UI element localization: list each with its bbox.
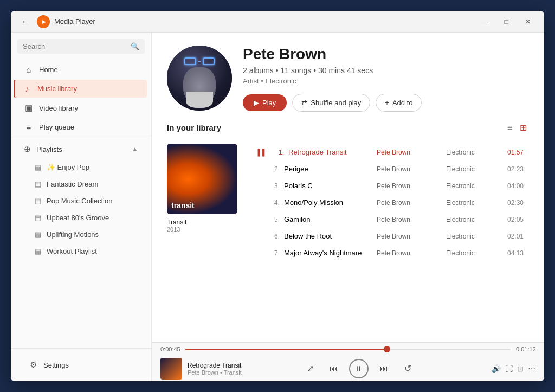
sidebar-item-video-label: Video library [39, 104, 78, 112]
track-title: Major Atway's Nightmare [284, 249, 372, 257]
shuffle-label: Shuffle and play [311, 99, 361, 107]
track-title: Polaris C [284, 182, 372, 190]
maximize-button[interactable]: □ [496, 14, 516, 29]
more-button[interactable]: ⋯ [528, 364, 535, 373]
progress-track[interactable] [185, 349, 511, 350]
shuffle-button[interactable]: ⇄ Shuffle and play [292, 94, 370, 112]
shuffle-icon: ⇄ [301, 99, 307, 107]
sidebar-item-queue-label: Play queue [39, 123, 74, 131]
close-button[interactable]: ✕ [518, 14, 538, 29]
artist-header: Pete Brown 2 albums • 11 songs • 30 mins… [152, 33, 544, 120]
pause-button[interactable]: ⏸ [349, 359, 369, 378]
table-row[interactable]: 6. Below the Root Pete Brown Electronic … [248, 228, 529, 245]
music-icon: ♪ [22, 84, 32, 93]
table-row[interactable]: 3. Polaris C Pete Brown Electronic 04:00 [248, 177, 529, 194]
playlist-item-workout[interactable]: ▤ Workout Playlist [15, 243, 147, 259]
face-decoration [183, 67, 216, 105]
view-controls: ≡ ⊞ [505, 120, 529, 135]
sidebar-item-play-queue[interactable]: ≡ Play queue [15, 118, 147, 136]
home-icon: ⌂ [24, 65, 34, 74]
table-row[interactable]: 5. Gamilon Pete Brown Electronic 02:05 [248, 211, 529, 228]
add-button[interactable]: + Add to [376, 94, 422, 112]
table-row[interactable]: 7. Major Atway's Nightmare Pete Brown El… [248, 245, 529, 261]
next-button[interactable]: ⏭ [375, 360, 392, 377]
track-title: Perigee [284, 165, 372, 173]
player-controls: Retrograde Transit Pete Brown • Transit … [152, 356, 544, 381]
app-logo [37, 15, 50, 28]
minimize-button[interactable]: — [475, 14, 494, 29]
cast-button[interactable]: ⊡ [517, 364, 524, 373]
track-artist: Pete Brown [377, 216, 442, 223]
current-time: 0:00:45 [160, 346, 180, 352]
track-duration: 02:30 [499, 199, 524, 207]
sidebar-item-music-library[interactable]: ♪ Music library [14, 80, 147, 98]
search-input[interactable] [23, 42, 127, 50]
track-title: Mono/Poly Mission [284, 198, 372, 207]
album-card-transit[interactable]: transit Transit 2013 [167, 144, 237, 261]
table-row[interactable]: 4. Mono/Poly Mission Pete Brown Electron… [248, 194, 529, 211]
playlist-item-fantastic-dream[interactable]: ▤ Fantastic Dream [15, 176, 147, 192]
artist-actions: ▶ Play ⇄ Shuffle and play + Add to [243, 94, 529, 112]
now-playing-subtitle: Pete Brown • Transit [188, 369, 242, 376]
search-box[interactable]: 🔍 [17, 39, 145, 54]
search-icon: 🔍 [131, 42, 139, 50]
playlist-item-enjoy-pop[interactable]: ▤ ✨ Enjoy Pop [15, 159, 147, 175]
main-content: 🔍 ⌂ Home ♪ Music library ▣ Video library… [11, 33, 544, 381]
track-genre: Electronic [446, 233, 495, 240]
playlist-item-pop-music[interactable]: ▤ Pop Music Collection [15, 193, 147, 209]
table-row[interactable]: ▐▐ 1. Retrograde Transit Pete Brown Elec… [248, 144, 529, 160]
now-playing: Retrograde Transit Pete Brown • Transit [160, 358, 280, 380]
library-title: In your library [167, 123, 221, 132]
track-title: Retrograde Transit [288, 148, 372, 156]
playlist-item-uplifting[interactable]: ▤ Uplifting Motions [15, 227, 147, 242]
queue-icon: ≡ [24, 123, 34, 132]
track-number: 7. [254, 249, 280, 257]
now-playing-thumbnail [160, 358, 182, 380]
back-button[interactable]: ← [17, 14, 33, 29]
content-area: Pete Brown 2 albums • 11 songs • 30 mins… [152, 33, 544, 381]
volume-button[interactable]: 🔊 [492, 364, 501, 373]
artist-stats: 2 albums • 11 songs • 30 mins 41 secs [243, 66, 529, 75]
playlists-label: Playlists [36, 145, 62, 153]
sidebar-item-music-label: Music library [37, 85, 77, 93]
track-artist: Pete Brown [377, 199, 442, 207]
track-title: Gamilon [284, 215, 372, 223]
track-number: 5. [254, 216, 280, 223]
fullscreen-button[interactable]: ⛶ [505, 364, 513, 373]
sidebar-item-home[interactable]: ⌂ Home [15, 61, 147, 79]
sidebar-footer: ⚙ Settings [11, 348, 151, 381]
playlist-icon-uplifting: ▤ [35, 230, 41, 239]
sidebar-item-settings[interactable]: ⚙ Settings [20, 356, 143, 374]
track-artist: Pete Brown [377, 165, 442, 173]
library-header: In your library ≡ ⊞ [167, 120, 529, 135]
sidebar-item-video-library[interactable]: ▣ Video library [15, 99, 147, 117]
track-genre: Electronic [446, 149, 495, 156]
repeat-button[interactable]: ↺ [399, 360, 416, 377]
track-number: 6. [254, 233, 280, 240]
play-button[interactable]: ▶ Play [243, 94, 287, 111]
track-number: 3. [254, 182, 280, 190]
now-playing-icon: ▐▐ [254, 149, 267, 156]
add-label: Add to [392, 99, 413, 107]
track-genre: Electronic [446, 182, 495, 190]
album-name: Transit [167, 219, 237, 226]
playlist-item-upbeat[interactable]: ▤ Upbeat 80's Groove [15, 210, 147, 226]
playback-controls: ⤢ ⏮ ⏸ ⏭ ↺ [280, 359, 438, 378]
track-number: 1. [271, 149, 284, 156]
playlist-icon-enjoy-pop: ▤ [35, 163, 41, 171]
titlebar: ← Media Player — □ ✕ [11, 11, 544, 33]
grid-view-button[interactable]: ⊞ [518, 120, 529, 135]
app-window: ← Media Player — □ ✕ 🔍 ⌂ Home ♪ Music li… [11, 11, 544, 381]
list-view-button[interactable]: ≡ [505, 120, 514, 135]
playlists-icon: ⊕ [24, 144, 31, 154]
track-number: 4. [254, 199, 280, 207]
shuffle-ctrl-button[interactable]: ⤢ [301, 360, 319, 377]
track-genre: Electronic [446, 199, 495, 207]
prev-button[interactable]: ⏮ [325, 360, 343, 377]
table-row[interactable]: 2. Perigee Pete Brown Electronic 02:23 [248, 160, 529, 177]
playlists-section-header[interactable]: ⊕ Playlists ▲ [15, 140, 147, 158]
album-year: 2013 [167, 226, 237, 233]
glasses-decoration [184, 57, 215, 66]
artist-genre: Artist • Electronic [243, 77, 529, 85]
player-bar: 0:00:45 0:01:12 Retrograde Transit Pete … [152, 342, 544, 381]
